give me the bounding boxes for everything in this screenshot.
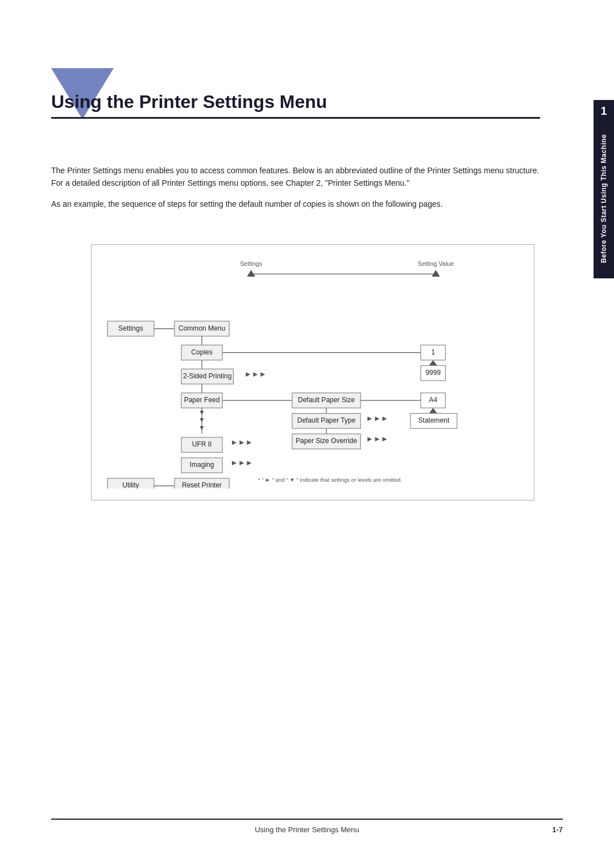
title-underline [51,117,540,119]
diag-text-reset-printer: Reset Printer [182,481,222,489]
page-container: 1 Before You Start Using This Machine Us… [0,0,614,868]
diag-text-common-menu: Common Menu [179,324,225,332]
diag-arrows-ufr2: ►►► [231,438,253,446]
diagram-container: Settings Setting Value Settings Common M… [91,244,534,500]
diag-text-a4: A4 [429,396,437,404]
paragraph-1: The Printer Settings menu enables you to… [51,165,540,189]
diag-arrow-setting-value [432,270,439,277]
diag-text-settings: Settings [118,324,143,332]
page-footer: Using the Printer Settings Menu 1-7 [51,819,563,834]
diag-dots-paperfeed: ▼ [198,408,205,416]
diag-dots-paperfeed2: ▼ [198,416,205,424]
diag-text-imaging: Imaging [190,461,214,469]
diag-arrows-2sided: ►►► [244,370,267,378]
diag-arrow-a4 [429,408,437,414]
diag-text-paper-size-override: Paper Size Override [296,437,358,445]
diag-arrows-dpt: ►►► [366,414,388,423]
diag-arrows-imaging: ►►► [231,458,253,467]
diag-label-settings: Settings [240,260,263,267]
body-content: The Printer Settings menu enables you to… [51,165,540,220]
diag-text-ufr2: UFR II [192,440,212,448]
diag-text-utility: Utility [122,481,139,489]
page-title: Using the Printer Settings Menu [51,91,540,112]
diag-text-copies: Copies [191,348,212,356]
diag-footnote: * " ► " and " ▼ " indicate that settings… [258,477,402,483]
diag-label-setting-value: Setting Value [418,260,454,267]
diag-text-default-paper-type: Default Paper Type [297,416,356,424]
diag-text-default-paper-size: Default Paper Size [298,396,355,404]
diag-text-value-1: 1 [431,348,435,356]
side-tab-label: Before You Start Using This Machine [600,134,608,263]
diag-arrow-settings [247,270,255,277]
side-tab: Before You Start Using This Machine [594,119,614,278]
chapter-header: Using the Printer Settings Menu [51,91,540,119]
footer-label: Using the Printer Settings Menu [255,825,359,834]
diag-text-paper-feed: Paper Feed [184,396,220,404]
diag-text-value-9999: 9999 [425,369,441,377]
diag-arrow-value1 [429,360,437,366]
diag-arrows-pso: ►►► [366,435,388,443]
paragraph-2: As an example, the sequence of steps for… [51,198,540,211]
diag-text-2sided: 2-Sided Printing [183,372,232,380]
footer-page: 1-7 [552,825,563,834]
diag-text-statement: Statement [418,416,450,424]
diagram-svg: Settings Setting Value Settings Common M… [101,256,525,489]
diag-dots-paperfeed3: ▼ [198,424,205,432]
